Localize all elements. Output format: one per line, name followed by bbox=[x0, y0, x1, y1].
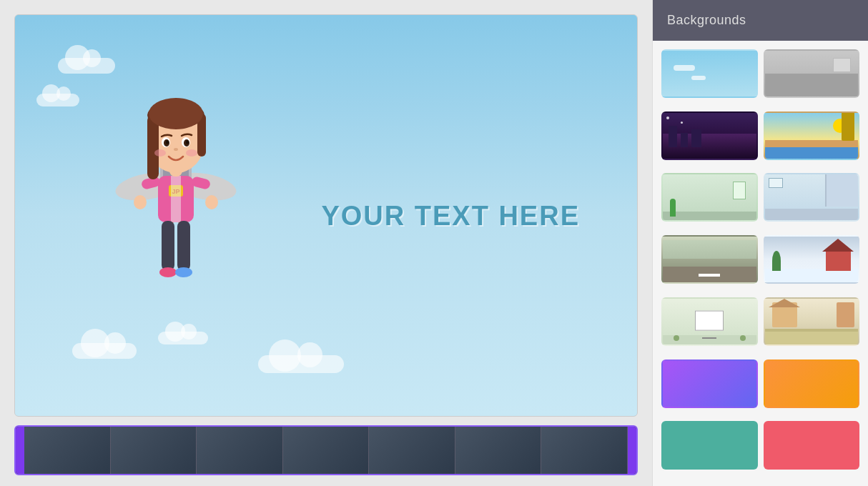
road-scene-detail bbox=[663, 237, 756, 282]
bg-thumb-presentation[interactable] bbox=[661, 297, 758, 346]
house-2 bbox=[837, 302, 854, 327]
bg-thumb-office-gray[interactable] bbox=[764, 49, 860, 98]
frame bbox=[733, 182, 746, 199]
pres-stand bbox=[702, 337, 716, 339]
room-wall-panel bbox=[825, 174, 858, 207]
bg-thumb-house-fence[interactable] bbox=[764, 297, 860, 346]
svg-point-15 bbox=[205, 195, 218, 209]
presentation-detail bbox=[663, 299, 756, 344]
right-panel: Backgrounds bbox=[652, 0, 868, 486]
modern-room-detail bbox=[765, 174, 859, 220]
main-area: JP bbox=[0, 0, 652, 486]
house-roof bbox=[769, 299, 800, 307]
sky-cloud-2 bbox=[691, 76, 706, 80]
character-area: JP bbox=[87, 44, 265, 329]
timeline-handle-right[interactable] bbox=[628, 427, 636, 474]
svg-rect-16 bbox=[162, 221, 174, 271]
svg-point-14 bbox=[134, 195, 147, 209]
office-green-detail bbox=[663, 174, 756, 220]
bg-thumb-night-city[interactable] bbox=[661, 111, 758, 160]
cloud-2 bbox=[36, 94, 79, 106]
night-city-detail bbox=[663, 113, 756, 159]
bg-thumb-modern-room[interactable] bbox=[764, 173, 860, 222]
cloud-3 bbox=[72, 343, 137, 359]
timeline-frame-1[interactable] bbox=[24, 427, 111, 474]
svg-point-31 bbox=[186, 141, 189, 144]
timeline-strip[interactable] bbox=[14, 425, 638, 475]
svg-point-33 bbox=[154, 149, 166, 157]
sky-cloud-1 bbox=[674, 65, 695, 71]
house-lawn bbox=[765, 331, 859, 344]
building-2 bbox=[681, 133, 688, 147]
timeline-frame-4[interactable] bbox=[283, 427, 370, 474]
preview-canvas[interactable]: JP bbox=[14, 14, 638, 417]
timeline-frame-3[interactable] bbox=[197, 427, 283, 474]
bg-thumb-coral-solid[interactable] bbox=[764, 421, 860, 470]
timeline-frames bbox=[24, 427, 628, 474]
svg-rect-11 bbox=[171, 176, 181, 222]
canvas-text-overlay[interactable]: YOUR TEXT HERE bbox=[321, 200, 580, 231]
svg-point-25 bbox=[149, 98, 203, 129]
svg-rect-17 bbox=[177, 221, 190, 271]
building-1 bbox=[669, 126, 677, 147]
svg-point-30 bbox=[166, 141, 169, 144]
star-1 bbox=[666, 116, 669, 119]
svg-point-18 bbox=[159, 267, 177, 277]
fence-rail bbox=[765, 329, 859, 332]
timeline-frame-2[interactable] bbox=[111, 427, 197, 474]
house-fence-detail bbox=[765, 299, 859, 344]
star-2 bbox=[681, 122, 683, 124]
bg-thumb-orange-gradient[interactable] bbox=[764, 359, 860, 408]
road-line bbox=[699, 274, 720, 277]
character-svg: JP bbox=[97, 51, 255, 322]
office-window bbox=[833, 58, 851, 72]
pres-plant-2 bbox=[740, 335, 746, 341]
office-floor bbox=[765, 74, 859, 96]
office-plant bbox=[670, 199, 676, 217]
floor-green bbox=[663, 212, 756, 221]
panel-header: Backgrounds bbox=[653, 0, 868, 41]
bg-thumb-sky[interactable] bbox=[661, 49, 758, 98]
backgrounds-grid bbox=[653, 41, 868, 486]
bg-thumb-purple-gradient[interactable] bbox=[661, 359, 758, 408]
winter-house bbox=[826, 249, 851, 271]
winter-tree bbox=[772, 251, 781, 271]
winter-scene-detail bbox=[765, 237, 859, 282]
timeline-frame-7[interactable] bbox=[541, 427, 628, 474]
office-gray-scene-detail bbox=[765, 51, 859, 96]
svg-point-32 bbox=[174, 148, 178, 151]
pres-board bbox=[695, 310, 724, 330]
bg-thumb-beach[interactable] bbox=[764, 111, 860, 160]
svg-point-19 bbox=[175, 267, 192, 277]
room-floor bbox=[765, 209, 859, 220]
bg-thumb-road[interactable] bbox=[661, 235, 758, 284]
beach-sand bbox=[765, 140, 859, 147]
rock bbox=[842, 112, 854, 141]
building-3 bbox=[691, 129, 701, 147]
bg-thumb-winter[interactable] bbox=[764, 235, 860, 284]
cloud-4 bbox=[158, 332, 208, 344]
cloud-5 bbox=[258, 355, 344, 373]
svg-point-34 bbox=[186, 149, 197, 157]
timeline-frame-6[interactable] bbox=[455, 427, 542, 474]
panel-title: Backgrounds bbox=[667, 13, 746, 27]
pres-plant-1 bbox=[674, 335, 679, 341]
bg-thumb-office-green[interactable] bbox=[661, 173, 758, 222]
road-hills bbox=[663, 240, 756, 259]
timeline-handle-left[interactable] bbox=[16, 427, 24, 474]
beach-scene-detail bbox=[765, 113, 859, 159]
room-frame bbox=[769, 178, 783, 188]
bg-thumb-teal-solid[interactable] bbox=[661, 421, 758, 470]
sky-scene-detail bbox=[663, 51, 756, 96]
timeline-frame-5[interactable] bbox=[369, 427, 455, 474]
